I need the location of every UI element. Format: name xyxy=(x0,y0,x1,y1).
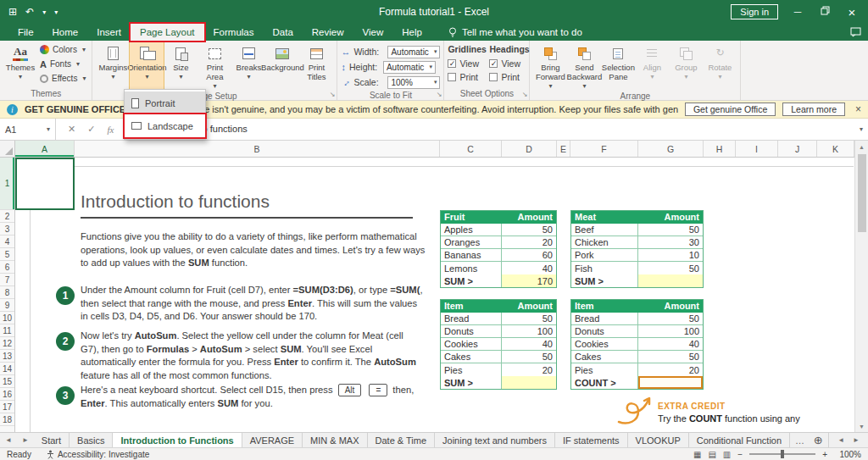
row-header[interactable]: 13 xyxy=(0,350,14,363)
count-result-cell[interactable] xyxy=(638,376,703,389)
row-header[interactable]: 10 xyxy=(0,312,14,324)
more-sheets-icon[interactable]: … xyxy=(790,433,810,447)
app-icon[interactable]: ⊞ xyxy=(8,6,17,18)
sheet-nav-right-icon[interactable]: ► xyxy=(17,433,34,447)
customize-toolbar-icon[interactable]: ▾ xyxy=(54,8,58,16)
row-header[interactable]: 6 xyxy=(0,261,14,274)
row-header[interactable]: 7 xyxy=(0,274,14,286)
row-header[interactable]: 17 xyxy=(0,401,14,413)
column-header[interactable]: K xyxy=(817,141,854,157)
checkbox[interactable] xyxy=(448,73,456,81)
column-header[interactable]: E xyxy=(557,141,570,157)
selected-cell-a1[interactable] xyxy=(15,158,75,210)
arrange-button[interactable]: Group ▾ xyxy=(669,42,703,91)
undo-menu-caret-icon[interactable]: ▾ xyxy=(42,8,46,16)
table-cell[interactable]: Chicken xyxy=(571,236,638,249)
table-cell[interactable]: Cookies xyxy=(571,338,638,351)
zoom-slider[interactable] xyxy=(749,453,815,455)
column-header[interactable]: C xyxy=(440,141,502,157)
notice-close-icon[interactable]: × xyxy=(855,103,861,115)
table-cell[interactable]: 50 xyxy=(638,313,703,325)
row-header[interactable]: 2 xyxy=(0,210,14,223)
ribbon-tab[interactable]: Page Layout xyxy=(131,24,204,41)
theme-option-button[interactable]: Colors ▾ xyxy=(37,42,88,57)
table-cell[interactable]: 30 xyxy=(638,236,703,249)
row-header[interactable]: 3 xyxy=(0,223,14,236)
table-cell[interactable]: Pork xyxy=(571,249,638,262)
row-header[interactable]: 1 xyxy=(0,158,14,210)
table-cell[interactable]: 40 xyxy=(502,262,556,274)
page-layout-view-icon[interactable]: ▤ xyxy=(708,450,715,459)
table-header-cell[interactable]: Meat xyxy=(571,211,638,224)
checkbox-row[interactable]: View xyxy=(489,57,526,70)
row-header[interactable]: 18 xyxy=(0,413,14,426)
zoom-slider-thumb[interactable] xyxy=(781,450,784,458)
checkbox[interactable] xyxy=(448,59,456,68)
ribbon-tab[interactable]: File xyxy=(8,24,43,41)
checkbox[interactable] xyxy=(489,59,498,68)
column-header[interactable]: I xyxy=(736,141,778,157)
theme-option-button[interactable]: Effects ▾ xyxy=(37,71,88,86)
table-header-cell[interactable]: Amount xyxy=(502,300,556,313)
arrange-button[interactable]: Send Backward ▾ xyxy=(567,42,601,91)
table-header-cell[interactable]: Item xyxy=(441,300,502,313)
checkbox-row[interactable]: View xyxy=(448,57,484,70)
page-setup-button[interactable]: Background ▾ xyxy=(265,42,299,91)
table-cell[interactable]: 50 xyxy=(638,262,703,274)
vertical-scrollbar[interactable]: ▲ ▼ xyxy=(854,141,868,432)
column-header[interactable]: J xyxy=(778,141,817,157)
table-header-cell[interactable]: Item xyxy=(571,300,638,313)
count-label-cell[interactable]: COUNT > xyxy=(571,376,638,389)
ribbon-tab[interactable]: Review xyxy=(303,24,353,41)
table-cell[interactable]: 40 xyxy=(638,338,703,351)
normal-view-icon[interactable]: ▦ xyxy=(693,450,701,459)
sheet-tab[interactable]: Basics xyxy=(70,433,113,447)
theme-option-button[interactable]: Fonts ▾ xyxy=(37,57,88,71)
scale-combo-box[interactable]: Automatic ▾ xyxy=(383,61,436,74)
column-header[interactable]: H xyxy=(704,141,736,157)
table-cell[interactable]: Cookies xyxy=(441,338,502,351)
table-cell[interactable]: Fish xyxy=(571,262,638,274)
sheet-tab[interactable]: IF statements xyxy=(555,433,628,447)
table-cell[interactable]: 20 xyxy=(638,363,703,376)
page-setup-button[interactable]: Orientation ▾ xyxy=(130,42,164,91)
ribbon-tab[interactable]: Home xyxy=(43,24,88,41)
column-header[interactable]: G xyxy=(638,141,704,157)
scrollbar-th umb[interactable] xyxy=(858,154,866,232)
table-header-cell[interactable]: Amount xyxy=(502,211,556,224)
dialog-launcher-icon[interactable]: ↘ xyxy=(437,91,442,98)
restore-button[interactable] xyxy=(817,6,832,18)
sheet-tab[interactable]: Introduction to Functions xyxy=(113,433,242,447)
row-header[interactable]: 11 xyxy=(0,324,14,337)
row-header[interactable]: 14 xyxy=(0,363,14,375)
table-cell[interactable]: 100 xyxy=(502,325,556,338)
table-cell[interactable]: Bread xyxy=(571,313,638,325)
row-header[interactable]: 16 xyxy=(0,388,14,401)
minimize-button[interactable]: ─ xyxy=(790,6,805,18)
arrange-button[interactable]: Rotate ▾ xyxy=(703,42,737,91)
sheet-tab[interactable]: Start xyxy=(34,433,70,447)
worksheet[interactable]: Introduction to functions Functions give… xyxy=(0,158,854,432)
table-cell[interactable]: Bread xyxy=(441,313,502,325)
column-header[interactable]: A xyxy=(15,141,75,157)
table-cell[interactable]: 60 xyxy=(502,249,556,262)
accessibility-status[interactable]: Accessibility: Investigate xyxy=(47,450,149,459)
insert-function-icon[interactable]: fx xyxy=(107,125,114,135)
sign-in-button[interactable]: Sign in xyxy=(731,4,778,19)
table-cell[interactable]: Beef xyxy=(571,224,638,236)
table-cell[interactable]: 50 xyxy=(638,351,703,363)
ribbon-tab[interactable]: View xyxy=(353,24,393,41)
column-header[interactable]: B xyxy=(75,141,440,157)
name-box[interactable]: A1 ▾ xyxy=(0,119,56,140)
formula-bar-expand-icon[interactable]: ▾ xyxy=(860,125,863,133)
scroll-down-icon[interactable]: ▼ xyxy=(859,420,865,432)
column-header[interactable]: D xyxy=(502,141,557,157)
table-cell[interactable]: Donuts xyxy=(571,325,638,338)
checkbox-row[interactable]: Print xyxy=(448,70,484,84)
sum-result-cell[interactable] xyxy=(638,274,703,287)
table-cell[interactable]: 50 xyxy=(502,313,556,325)
ribbon-tab[interactable]: Data xyxy=(264,24,303,41)
row-header[interactable]: 4 xyxy=(0,236,14,248)
arrange-button[interactable]: Align ▾ xyxy=(635,42,669,91)
sheet-tab[interactable]: MIN & MAX xyxy=(303,433,367,447)
